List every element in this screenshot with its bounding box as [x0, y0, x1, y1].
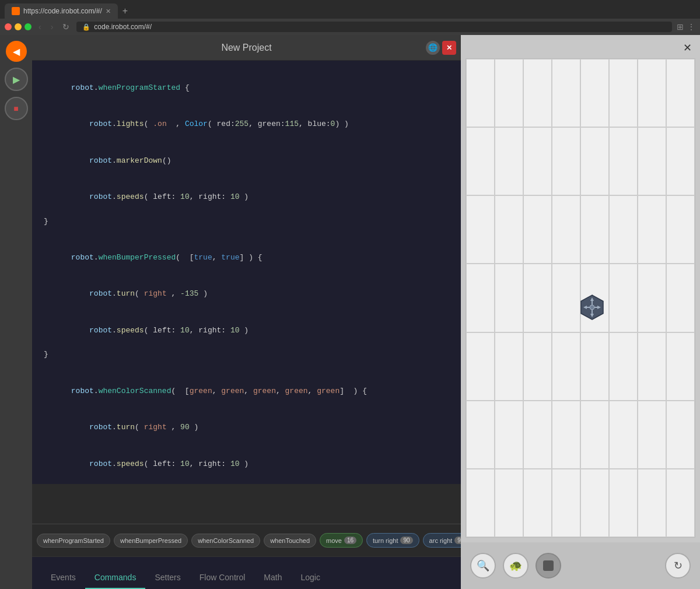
- tab-bar: https://code.irobot.com/#/ ✕ +: [0, 0, 700, 19]
- snippet-bar: whenProgramStarted whenBumperPressed whe…: [32, 524, 461, 556]
- grid-cell: [580, 127, 609, 195]
- snippet-label: whenBumperPressed: [120, 537, 181, 544]
- grid-cell: [580, 469, 609, 537]
- grid-cell: [609, 469, 638, 537]
- tab-setters[interactable]: Setters: [145, 567, 190, 589]
- snippet-num: 90: [454, 537, 461, 544]
- code-line-8: robot.turn( right , -135 ): [44, 276, 449, 313]
- new-tab-button[interactable]: +: [118, 3, 132, 19]
- code-line-7: robot.whenBumperPressed( [true, true] ) …: [44, 240, 449, 276]
- snippet-whenBumperPressed[interactable]: whenBumperPressed: [114, 534, 188, 548]
- grid-cell: [523, 127, 552, 195]
- grid-cell: [495, 332, 523, 401]
- grid-cell: [609, 195, 638, 264]
- grid-cell: [580, 195, 609, 264]
- snippet-whenTouched[interactable]: whenTouched: [264, 534, 316, 548]
- grid-cell: [666, 401, 695, 469]
- grid-cell: [523, 469, 552, 537]
- close-project-button[interactable]: ✕: [442, 41, 456, 55]
- run-button[interactable]: ▶: [5, 68, 28, 91]
- tab-logic[interactable]: Logic: [291, 567, 329, 589]
- world-button[interactable]: 🌐: [426, 41, 440, 55]
- left-sidebar: ◀ ▶ ■: [0, 35, 32, 589]
- maximize-window-button[interactable]: [24, 23, 32, 30]
- tab-logic-label: Logic: [300, 573, 320, 582]
- tab-title: https://code.irobot.com/#/: [23, 7, 102, 15]
- tab-flow-control-label: Flow Control: [200, 573, 246, 582]
- tab-commands[interactable]: Commands: [85, 567, 146, 589]
- browser-toolbar: ‹ › ↻ 🔒 code.irobot.com/#/ ⊞ ⋮: [0, 19, 700, 35]
- grid-cell: [495, 469, 523, 537]
- code-line-10: }: [44, 349, 449, 361]
- snippet-turn[interactable]: turn right 90: [366, 533, 419, 548]
- tab-close-icon[interactable]: ✕: [106, 8, 111, 15]
- play-icon: ▶: [13, 74, 20, 85]
- grid-cell: [638, 127, 666, 195]
- grid-cell: [523, 59, 552, 127]
- grid-cell: [638, 332, 666, 401]
- address-bar[interactable]: 🔒 code.irobot.com/#/: [76, 22, 672, 32]
- grid-cell: [552, 127, 580, 195]
- grid-cell: [523, 401, 552, 469]
- grid-cell: [466, 127, 495, 195]
- snippet-whenColorScanned[interactable]: whenColorScanned: [191, 534, 260, 548]
- tab-math[interactable]: Math: [254, 567, 291, 589]
- grid-cell: [466, 401, 495, 469]
- code-line-6: [44, 227, 449, 240]
- grid-cell: [609, 127, 638, 195]
- snippet-num: 90: [400, 537, 412, 544]
- browser-tab[interactable]: https://code.irobot.com/#/ ✕: [5, 3, 118, 19]
- snippet-num: 16: [344, 537, 356, 544]
- snippet-label: whenProgramStarted: [43, 537, 104, 544]
- snippet-move[interactable]: move 16: [320, 533, 363, 548]
- grid-cell: [495, 264, 523, 332]
- grid-cell: [466, 332, 495, 401]
- grid-cell: [638, 264, 666, 332]
- grid-cell: [666, 59, 695, 127]
- simulator-close-button[interactable]: ✕: [679, 40, 695, 56]
- turtle-icon: 🐢: [509, 559, 522, 572]
- svg-point-3: [590, 305, 594, 310]
- code-line-4: robot.speeds( left: 10, right: 10 ): [44, 179, 449, 215]
- grid-cell: [495, 401, 523, 469]
- grid-cell: [495, 127, 523, 195]
- stop-sim-icon: [543, 560, 554, 571]
- grid-cell: [552, 469, 580, 537]
- snippet-arc[interactable]: arc right 90 12: [423, 533, 461, 548]
- reload-button[interactable]: ↻: [60, 21, 72, 33]
- grid-cell: [466, 469, 495, 537]
- browser-chrome: https://code.irobot.com/#/ ✕ + ‹ › ↻ 🔒 c…: [0, 0, 700, 35]
- grid-cell: [466, 195, 495, 264]
- grid-cell: [609, 264, 638, 332]
- grid-cell: [666, 332, 695, 401]
- grid-cell: [466, 264, 495, 332]
- code-line-11: [44, 361, 449, 373]
- grid-cell: [638, 469, 666, 537]
- simulator-grid: [466, 58, 695, 538]
- bottom-tabs-bar: Events Commands Setters Flow Control Mat…: [32, 556, 461, 589]
- snippet-whenProgramStarted[interactable]: whenProgramStarted: [37, 534, 110, 548]
- stop-button[interactable]: ■: [5, 97, 28, 120]
- grid-cell: [638, 59, 666, 127]
- forward-nav-button[interactable]: ›: [48, 21, 56, 33]
- back-arrow-icon: ◀: [13, 46, 20, 57]
- slow-mode-button[interactable]: 🐢: [503, 553, 528, 579]
- close-window-button[interactable]: [5, 23, 12, 30]
- tab-events[interactable]: Events: [41, 567, 85, 589]
- grid-cell: [523, 195, 552, 264]
- project-header: New Project 🌐 ✕: [32, 35, 461, 61]
- grid-cell: [552, 401, 580, 469]
- refresh-sim-button[interactable]: ↻: [665, 553, 691, 579]
- code-editor[interactable]: robot.whenProgramStarted { robot.lights(…: [32, 61, 461, 484]
- stop-sim-button[interactable]: [536, 553, 561, 579]
- grid-cell: [523, 332, 552, 401]
- back-nav-button[interactable]: ‹: [36, 21, 44, 33]
- grid-cell: [580, 401, 609, 469]
- tab-flow-control[interactable]: Flow Control: [190, 567, 255, 589]
- tab-setters-label: Setters: [155, 573, 180, 582]
- refresh-icon: ↻: [674, 559, 682, 572]
- back-button[interactable]: ◀: [6, 41, 27, 62]
- zoom-in-button[interactable]: 🔍: [470, 553, 496, 579]
- minimize-window-button[interactable]: [15, 23, 22, 30]
- close-simulator-icon: ✕: [683, 41, 692, 54]
